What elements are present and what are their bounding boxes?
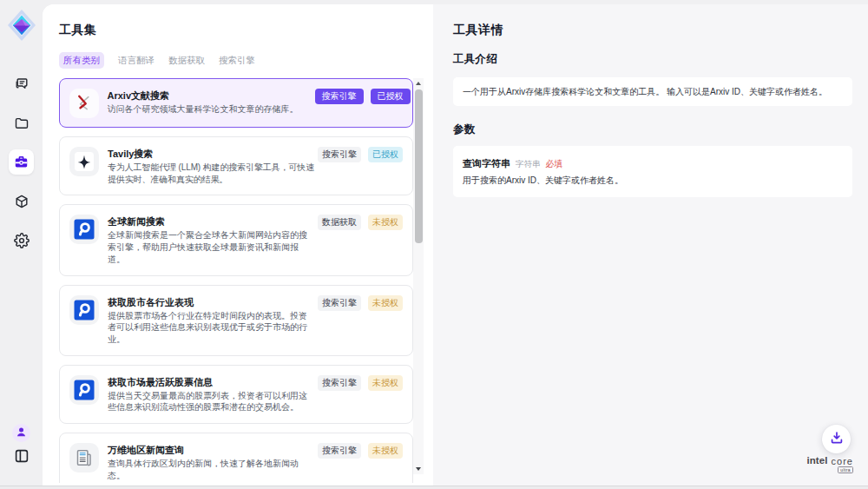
tools-panel-title: 工具集 — [59, 21, 97, 38]
tool-card-description: 访问各个研究领域大量科学论文和文章的存储库。 — [108, 103, 315, 116]
sidebar-footer — [12, 424, 31, 467]
scroll-down-icon — [416, 467, 421, 471]
arxiv-logo — [69, 89, 99, 118]
app-logo[interactable] — [7, 9, 36, 42]
package-icon — [14, 194, 30, 209]
panel-toggle-button[interactable] — [12, 448, 31, 467]
sidebar-item-files[interactable] — [9, 110, 34, 135]
auth-status-badge: 未授权 — [368, 215, 403, 230]
gear-icon — [14, 233, 30, 248]
scrollbar-thumb[interactable] — [415, 89, 423, 243]
category-badge: 搜索引擎 — [318, 295, 361, 311]
tool-card-list: Arxiv文献搜索 访问各个研究领域大量科学论文和文章的存储库。 搜索引擎 已授… — [59, 78, 413, 483]
auth-status-badge: 已授权 — [371, 89, 411, 104]
tab-all-categories[interactable]: 所有类别 — [59, 52, 104, 69]
intro-box: 一个用于从Arxiv存储库搜索科学论文和文章的工具。 输入可以是Arxiv ID… — [453, 77, 852, 106]
param-description: 用于搜索的Arxiv ID、关键字或作者姓名。 — [463, 175, 843, 186]
intro-heading: 工具介绍 — [453, 52, 852, 67]
app-window: 工具集 所有类别 语言翻译 数据获取 搜索引擎 A — [0, 0, 868, 486]
param-required-flag: 必填 — [546, 159, 563, 169]
q-news-logo — [69, 295, 99, 325]
auth-status-badge: 未授权 — [368, 375, 403, 391]
category-badge: 搜索引擎 — [318, 147, 361, 162]
param-type: 字符串 — [516, 159, 541, 169]
chat-icon — [14, 76, 30, 92]
sidebar-item-tools[interactable] — [9, 149, 34, 175]
user-avatar[interactable] — [12, 424, 30, 442]
tool-card-title: Tavily搜索 — [108, 147, 315, 161]
tool-card-description: 全球新闻搜索是一个聚合全球各大新闻网站内容的搜索引擎，帮助用户快速获取全球最新资… — [108, 229, 315, 265]
sidebar-item-packages[interactable] — [9, 188, 34, 214]
auth-status-badge: 未授权 — [368, 443, 403, 459]
q-news-logo — [69, 215, 99, 244]
newspaper-icon — [69, 443, 99, 472]
intel-core-ultra-logo: intel core ultra — [806, 455, 853, 466]
tool-card-description: 专为人工智能代理 (LLM) 构建的搜索引擎工具，可快速提供实时、准确和真实的结… — [108, 162, 315, 185]
list-scrollbar[interactable] — [413, 78, 424, 474]
tab-translation[interactable]: 语言翻译 — [118, 52, 155, 69]
tools-panel: 工具集 所有类别 语言翻译 数据获取 搜索引擎 A — [43, 4, 433, 486]
scroll-up-button[interactable] — [413, 78, 424, 89]
tool-card-title: 获取股市各行业表现 — [108, 295, 315, 309]
q-news-logo — [69, 375, 99, 405]
tool-card-title: 获取市场最活跃股票信息 — [108, 375, 315, 389]
ultra-badge: ultra — [838, 466, 853, 473]
tool-card-description: 提供当天交易量最高的股票列表，投资者可以利用这些信息来识别流动性强的股票和潜在的… — [108, 390, 315, 413]
category-badge: 搜索引擎 — [315, 89, 364, 104]
intro-text: 一个用于从Arxiv存储库搜索科学论文和文章的工具。 输入可以是Arxiv ID… — [463, 86, 843, 97]
scroll-up-icon — [416, 82, 421, 85]
user-avatar-icon — [16, 426, 27, 441]
auth-status-badge: 未授权 — [368, 295, 403, 311]
sidebar-item-settings[interactable] — [9, 228, 34, 253]
param-name: 查询字符串 — [463, 158, 510, 169]
tab-search-engine[interactable]: 搜索引擎 — [219, 52, 255, 69]
toolbox-icon — [13, 154, 30, 170]
category-badge: 搜索引擎 — [318, 443, 361, 459]
intel-wordmark: intel — [806, 455, 827, 466]
tool-card-most-active-stocks[interactable]: 获取市场最活跃股票信息 提供当天交易量最高的股票列表，投资者可以利用这些信息来识… — [59, 365, 413, 424]
detail-panel-title: 工具详情 — [453, 21, 852, 38]
tool-card-regional-news[interactable]: 万维地区新闻查询 查询具体行政区划内的新闻，快速了解各地新闻动态。 搜索引擎 未… — [59, 433, 413, 483]
tool-card-description: 提供股票市场各个行业在特定时间段内的表现。投资者可以利用这些信息来识别表现优于或… — [108, 310, 315, 346]
panel-toggle-icon — [15, 449, 29, 466]
param-box: 查询字符串 字符串 必填 用于搜索的Arxiv ID、关键字或作者姓名。 — [453, 146, 852, 197]
tool-card-description: 查询具体行政区划内的新闻，快速了解各地新闻动态。 — [108, 458, 315, 481]
category-badge: 数据获取 — [318, 215, 361, 230]
tab-data-fetch[interactable]: 数据获取 — [168, 52, 205, 69]
scroll-down-button[interactable] — [413, 464, 424, 474]
core-wordmark: core — [832, 456, 853, 466]
content-area: 工具集 所有类别 语言翻译 数据获取 搜索引擎 A — [43, 4, 868, 486]
sidebar — [0, 0, 43, 486]
params-heading: 参数 — [453, 122, 852, 137]
tool-card-sector-performance[interactable]: 获取股市各行业表现 提供股票市场各个行业在特定时间段内的表现。投资者可以利用这些… — [59, 285, 413, 356]
folder-icon — [14, 116, 30, 131]
tool-card-global-news[interactable]: 全球新闻搜索 全球新闻搜索是一个聚合全球各大新闻网站内容的搜索引擎，帮助用户快速… — [59, 204, 413, 275]
download-fab[interactable] — [822, 425, 851, 453]
tavily-logo — [69, 147, 99, 176]
tool-card-title: 万维地区新闻查询 — [108, 443, 315, 457]
tool-card-arxiv[interactable]: Arxiv文献搜索 访问各个研究领域大量科学论文和文章的存储库。 搜索引擎 已授… — [59, 78, 413, 128]
tool-card-title: Arxiv文献搜索 — [108, 89, 315, 102]
download-icon — [830, 431, 844, 447]
category-badge: 搜索引擎 — [318, 375, 361, 391]
tool-card-title: 全球新闻搜索 — [108, 215, 315, 228]
tool-detail-panel: 工具详情 工具介绍 一个用于从Arxiv存储库搜索科学论文和文章的工具。 输入可… — [433, 4, 868, 486]
sidebar-item-chat[interactable] — [9, 71, 34, 96]
auth-status-badge: 已授权 — [368, 147, 403, 162]
tool-card-tavily[interactable]: Tavily搜索 专为人工智能代理 (LLM) 构建的搜索引擎工具，可快速提供实… — [59, 136, 413, 195]
sidebar-nav — [9, 71, 34, 253]
category-tabs: 所有类别 语言翻译 数据获取 搜索引擎 — [59, 52, 255, 69]
